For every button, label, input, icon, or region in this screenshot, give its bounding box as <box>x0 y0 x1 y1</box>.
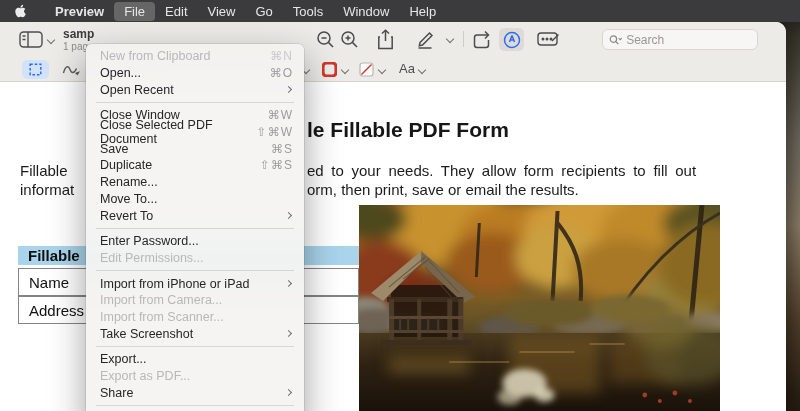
apple-logo-icon[interactable] <box>14 4 27 18</box>
menu-item-enter-password[interactable]: Enter Password... <box>86 233 304 250</box>
annotate-button[interactable] <box>499 28 524 51</box>
sidebar-toggle-button[interactable] <box>19 31 43 48</box>
menu-item-import-from-camera: Import from Camera... <box>86 292 304 309</box>
menu-item-label: Export as PDF... <box>100 369 190 383</box>
menubar-item-file[interactable]: File <box>114 2 155 21</box>
text-style-button[interactable]: Aa <box>399 61 415 76</box>
menu-item-shortcut: ⇧⌘W <box>257 125 293 139</box>
menu-item-label: Rename... <box>100 175 158 189</box>
search-icon <box>609 34 622 46</box>
menu-item-label: New from Clipboard <box>100 49 210 63</box>
paragraph-line1-left: Fillable <box>20 162 68 179</box>
menu-item-label: Duplicate <box>100 158 152 172</box>
submenu-arrow-icon <box>285 86 292 93</box>
zoom-in-button[interactable] <box>340 30 359 49</box>
markup-pencil-button[interactable] <box>415 30 435 49</box>
menubar-item-go[interactable]: Go <box>245 2 282 21</box>
menubar-item-help[interactable]: Help <box>399 2 446 21</box>
sidebar-chevron-icon[interactable] <box>48 37 54 43</box>
paragraph-line2-right: orm, then print, save or email the resul… <box>307 181 579 198</box>
menu-item-export-as-pdf: Export as PDF... <box>86 368 304 385</box>
menubar-items: PreviewFileEditViewGoToolsWindowHelp <box>45 2 446 21</box>
menu-separator <box>96 102 294 103</box>
submenu-arrow-icon <box>285 389 292 396</box>
menu-separator <box>96 270 294 271</box>
border-color-swatch[interactable] <box>322 62 337 77</box>
paragraph-line1-right: ed to your needs. They allow form recipi… <box>307 162 696 179</box>
menu-separator <box>96 405 294 406</box>
selection-tool-button[interactable] <box>22 60 49 79</box>
menu-item-label: Take Screenshot <box>100 327 193 341</box>
menu-item-revert-to[interactable]: Revert To <box>86 207 304 224</box>
menu-item-take-screenshot[interactable]: Take Screenshot <box>86 325 304 342</box>
window-title: samp <box>63 28 94 41</box>
submenu-arrow-icon <box>285 330 292 337</box>
menu-item-label: Move To... <box>100 192 157 206</box>
menu-item-label: Revert To <box>100 209 153 223</box>
menu-item-label: Open... <box>100 66 141 80</box>
menu-item-duplicate[interactable]: Duplicate⇧⌘S <box>86 157 304 174</box>
search-input[interactable] <box>626 33 751 47</box>
menu-item-share[interactable]: Share <box>86 384 304 401</box>
menu-item-edit-permissions: Edit Permissions... <box>86 250 304 267</box>
menu-item-move-to[interactable]: Move To... <box>86 191 304 208</box>
text-style-chevron-icon[interactable] <box>419 67 425 73</box>
menu-separator <box>96 346 294 347</box>
system-menubar: PreviewFileEditViewGoToolsWindowHelp <box>0 0 800 22</box>
paragraph-line2-left: informat <box>20 181 74 198</box>
menu-item-label: Share <box>100 386 133 400</box>
zoom-out-button[interactable] <box>316 30 335 49</box>
desktop: PreviewFileEditViewGoToolsWindowHelp sam… <box>0 0 800 411</box>
menu-item-label: Edit Permissions... <box>100 251 204 265</box>
fill-color-chevron-icon[interactable] <box>379 67 385 73</box>
border-color-chevron-icon[interactable] <box>342 67 348 73</box>
menu-item-shortcut: ⇧⌘S <box>260 158 293 172</box>
sketch-tool-button[interactable] <box>62 63 80 76</box>
submenu-arrow-icon <box>285 212 292 219</box>
menu-item-close-selected-pdf-document[interactable]: Close Selected PDF Document⇧⌘W <box>86 124 304 141</box>
menubar-item-view[interactable]: View <box>198 2 246 21</box>
submenu-arrow-icon <box>285 280 292 287</box>
menu-item-import-from-iphone-or-ipad[interactable]: Import from iPhone or iPad <box>86 275 304 292</box>
document-photo <box>359 205 720 411</box>
markup-chevron-icon[interactable] <box>447 36 453 42</box>
menu-item-label: Open Recent <box>100 83 174 97</box>
menubar-item-edit[interactable]: Edit <box>155 2 197 21</box>
menubar-item-window[interactable]: Window <box>333 2 399 21</box>
menu-item-rename[interactable]: Rename... <box>86 174 304 191</box>
menubar-item-tools[interactable]: Tools <box>283 2 333 21</box>
menu-item-shortcut: ⌘W <box>268 108 293 122</box>
menu-item-export[interactable]: Export... <box>86 351 304 368</box>
menu-separator <box>96 228 294 229</box>
menu-item-shortcut: ⌘N <box>270 49 293 63</box>
menu-item-import-from-scanner: Import from Scanner... <box>86 309 304 326</box>
menu-item-label: Save <box>100 142 129 156</box>
file-menu: New from Clipboard⌘NOpen...⌘OOpen Recent… <box>86 44 304 411</box>
preview-window: samp 1 page <box>0 22 786 411</box>
menu-item-shortcut: ⌘O <box>270 66 293 80</box>
menu-item-label: Export... <box>100 352 147 366</box>
share-button[interactable] <box>377 29 394 50</box>
menu-item-label: Import from iPhone or iPad <box>100 277 249 291</box>
rotate-button[interactable] <box>472 29 493 50</box>
menu-item-shortcut: ⌘S <box>271 142 293 156</box>
menubar-item-preview[interactable]: Preview <box>45 2 114 21</box>
menu-item-label: Import from Scanner... <box>100 310 224 324</box>
search-field[interactable] <box>602 29 758 50</box>
menu-item-label: Import from Camera... <box>100 293 222 307</box>
menu-item-open-recent[interactable]: Open Recent <box>86 81 304 98</box>
menu-item-label: Enter Password... <box>100 234 199 248</box>
fill-color-swatch[interactable] <box>359 62 374 77</box>
menu-item-open[interactable]: Open...⌘O <box>86 65 304 82</box>
pdf-heading: le Fillable PDF Form <box>307 118 509 142</box>
form-filling-button[interactable] <box>537 31 560 47</box>
text-style-label: Aa <box>399 61 415 76</box>
menu-item-new-from-clipboard: New from Clipboard⌘N <box>86 48 304 65</box>
